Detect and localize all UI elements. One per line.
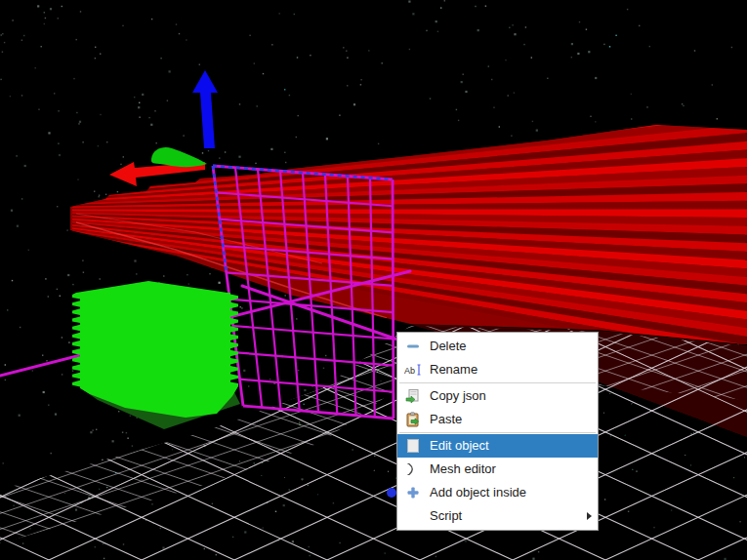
menu-item-paste[interactable]: Paste	[397, 408, 598, 431]
paste-icon	[404, 412, 422, 427]
menu-item-add-object-inside[interactable]: Add object inside	[397, 481, 598, 504]
menu-item-label: Add object inside	[430, 481, 526, 504]
menu-item-script[interactable]: Script	[397, 504, 598, 528]
context-menu: DeleteAbRenameCopy jsonPasteEdit objectM…	[396, 332, 599, 531]
menu-separator	[399, 382, 596, 383]
svg-text:Ab: Ab	[404, 366, 415, 376]
square-icon	[404, 438, 422, 454]
menu-item-mesh-editor[interactable]: Mesh editor	[397, 458, 598, 481]
mesh-icon	[404, 461, 422, 477]
no-icon	[404, 508, 422, 524]
menu-item-delete[interactable]: Delete	[397, 335, 598, 358]
menu-item-label: Paste	[430, 408, 462, 431]
scene-canvas[interactable]	[0, 0, 747, 560]
rename-icon: Ab	[404, 362, 422, 378]
menu-item-rename[interactable]: AbRename	[397, 358, 598, 381]
plus-icon	[404, 485, 422, 500]
menu-item-edit-object[interactable]: Edit object	[397, 434, 598, 458]
editor-3d-viewport[interactable]: DeleteAbRenameCopy jsonPasteEdit objectM…	[0, 0, 747, 560]
copy-icon	[404, 388, 422, 404]
menu-item-label: Copy json	[430, 384, 486, 408]
menu-item-copy-json[interactable]: Copy json	[397, 384, 598, 408]
menu-item-label: Rename	[430, 358, 477, 381]
submenu-arrow-icon	[587, 512, 592, 520]
menu-item-label: Delete	[430, 335, 467, 358]
menu-item-label: Script	[430, 504, 462, 528]
menu-item-label: Edit object	[430, 434, 489, 458]
minus-icon	[404, 339, 422, 354]
menu-separator	[399, 432, 596, 433]
vertex-handle-dot[interactable]	[387, 488, 396, 498]
menu-item-label: Mesh editor	[430, 458, 496, 481]
